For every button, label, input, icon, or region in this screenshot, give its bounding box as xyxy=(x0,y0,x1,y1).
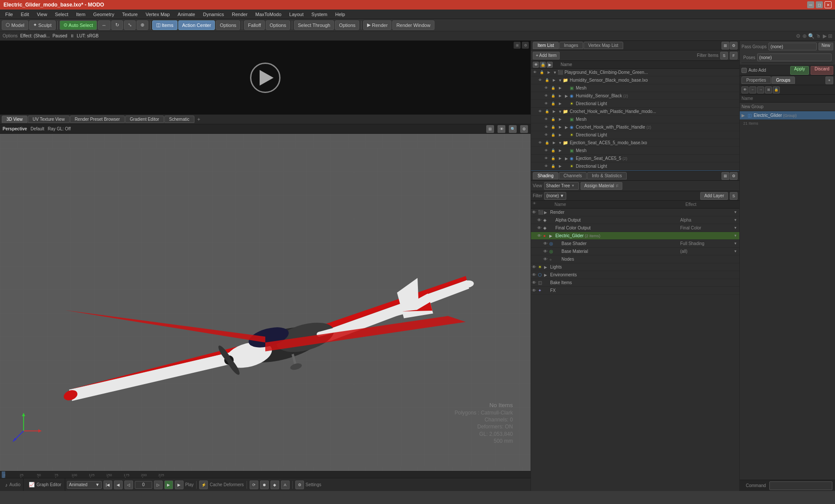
tab-gradient-editor[interactable]: Gradient Editor xyxy=(125,116,164,123)
menu-texture[interactable]: Texture xyxy=(119,11,141,18)
expand-panel-button[interactable]: ⊞ xyxy=(721,42,729,50)
lock-toggle[interactable]: 🔒 xyxy=(550,85,556,91)
anim-button[interactable]: A xyxy=(281,481,290,489)
transform-scale-button[interactable]: ⤡ xyxy=(124,20,136,30)
lock-toggle[interactable]: 🔒 xyxy=(550,116,556,123)
menu-view[interactable]: View xyxy=(33,11,51,18)
shading-item-bake[interactable]: 👁 ◫ Bake Items xyxy=(531,279,739,287)
apply-button[interactable]: Apply xyxy=(790,66,809,75)
lock-toggle[interactable]: 🔒 xyxy=(550,93,556,99)
shading-item-base-material[interactable]: 👁 ◎ Base Material (all) ▼ xyxy=(531,248,739,255)
render-toggle[interactable]: ▶ xyxy=(551,140,557,146)
tab-shading[interactable]: Shading xyxy=(533,172,558,179)
shading-item-final-color[interactable]: 👁 ◈ Final Color Output Final Color ▼ xyxy=(531,224,739,232)
render-toggle[interactable]: ▶ xyxy=(557,163,563,169)
render-toggle[interactable]: ▶ xyxy=(557,93,563,99)
list-item[interactable]: 👁 🔒 ▶ · ☀ Directional Light xyxy=(531,131,739,139)
expand-arrow[interactable]: ▶ xyxy=(564,125,568,129)
groups-expand-button[interactable]: ⊞ xyxy=(765,86,772,93)
lock-toggle[interactable]: 🔒 xyxy=(550,163,556,169)
add-layer-button[interactable]: Add Layer xyxy=(700,192,728,200)
render-window-button[interactable]: Render Window xyxy=(392,20,434,30)
panel-settings-button[interactable]: ⚙ xyxy=(730,42,738,50)
items-button[interactable]: ◫ Items xyxy=(152,20,177,30)
action-center-button[interactable]: Action Center xyxy=(178,20,215,30)
tab-3d-view[interactable]: 3D View xyxy=(2,116,27,123)
shading-item-nodes[interactable]: 👁 ⬦ Nodes xyxy=(531,255,739,263)
play-button[interactable]: ▶ xyxy=(164,481,173,489)
alpha-vis[interactable]: 👁 xyxy=(537,218,543,222)
next-frame-button[interactable]: ▶ xyxy=(175,481,184,489)
list-item[interactable]: 👁 🔒 ▶ · ☀ Directional Light xyxy=(531,162,739,170)
command-input[interactable] xyxy=(769,481,832,490)
assign-material-button[interactable]: Assign Material F xyxy=(581,182,623,190)
list-item[interactable]: 👁 🔒 ▶ ▶ ◉ Ejection_Seat_ACE5_5 (2) xyxy=(531,155,739,162)
menu-layout[interactable]: Layout xyxy=(286,11,307,18)
shading-item-base-shader[interactable]: 👁 ◎ Base Shader Full Shading ▼ xyxy=(531,240,739,248)
lock-toggle[interactable]: 🔒 xyxy=(550,148,556,154)
bake-vis[interactable]: 👁 xyxy=(532,280,538,285)
groups-content[interactable]: New Group ▶ ◫ Electric_Glider (Group) 21… xyxy=(740,103,835,480)
sculpt-button[interactable]: ✦ Sculpt xyxy=(29,20,56,30)
transform-move-button[interactable]: ↔ xyxy=(98,20,110,30)
render-toggle[interactable]: ▶ xyxy=(551,77,557,83)
expand-arrow[interactable]: ▼ xyxy=(558,78,562,83)
render-button[interactable]: ▶ Render xyxy=(363,20,391,30)
menu-select[interactable]: Select xyxy=(51,11,72,18)
shading-item-alpha[interactable]: 👁 ◈ Alpha Output Alpha ▼ xyxy=(531,216,739,224)
tab-channels[interactable]: Channels xyxy=(559,172,587,179)
effect-dropdown-icon[interactable]: ▼ xyxy=(732,241,738,247)
fx-vis[interactable]: 👁 xyxy=(532,288,538,293)
pass-groups-dropdown[interactable]: (none) xyxy=(768,43,817,50)
expand-arrow[interactable]: ▼ xyxy=(558,141,562,145)
vis-toggle[interactable]: 👁 xyxy=(543,85,549,91)
lock-toggle[interactable]: 🔒 xyxy=(550,101,556,107)
auto-select-button[interactable]: ⊙ Auto Select xyxy=(60,20,97,30)
vis-toggle[interactable]: 👁 xyxy=(543,156,549,162)
menu-edit[interactable]: Edit xyxy=(17,11,33,18)
prev-key-button[interactable]: ◁ xyxy=(124,481,133,489)
group-expand[interactable]: ▶ xyxy=(741,113,748,118)
list-item[interactable]: 👁 🔒 ▶ · ▣ Mesh xyxy=(531,147,739,155)
menu-file[interactable]: File xyxy=(2,11,17,18)
render-toggle[interactable]: ▶ xyxy=(557,116,563,123)
new-pass-group-button[interactable]: New xyxy=(818,43,833,50)
shading-item-glider-group[interactable]: 👁 ● ▶ Electric_Glider (2 Items) ▼ xyxy=(531,232,739,240)
next-key-button[interactable]: ▷ xyxy=(154,481,163,489)
options-button-3[interactable]: Options xyxy=(335,20,359,30)
list-item[interactable]: 👁 🔒 ▶ · ▣ Mesh xyxy=(531,84,739,92)
cache-deformers-icon1[interactable]: ⚡ xyxy=(199,481,208,489)
material-vis[interactable]: 👁 xyxy=(543,249,549,254)
preview-expand-button[interactable]: ⊞ xyxy=(514,42,521,49)
glider-vis[interactable]: 👁 xyxy=(537,233,543,238)
list-item[interactable]: 👁 🔒 ▶ ▼ 📁 Ejection_Seat_ACE5_5_modo_base… xyxy=(531,139,739,147)
prev-frame-button[interactable]: ◀ xyxy=(114,481,123,489)
nodes-vis[interactable]: 👁 xyxy=(543,257,549,262)
filter-shortcut-f[interactable]: F xyxy=(730,52,738,60)
falloff-button[interactable]: Falloff xyxy=(244,20,265,30)
render-toggle[interactable]: ▶ xyxy=(557,124,563,130)
lock-toggle[interactable]: 🔒 xyxy=(550,156,556,162)
expand-arrow[interactable]: ▼ xyxy=(553,70,557,75)
record-button[interactable]: ⏺ xyxy=(260,481,269,489)
effect-dropdown-icon[interactable]: ▼ xyxy=(732,209,738,216)
goto-start-button[interactable]: |◀ xyxy=(104,481,112,489)
expand-arrow[interactable]: ▶ xyxy=(549,234,555,238)
menu-dynamics[interactable]: Dynamics xyxy=(200,11,227,18)
expand-arrow[interactable]: ▶ xyxy=(544,210,550,215)
vis-toggle[interactable]: 👁 xyxy=(532,70,538,76)
tab-render-preset[interactable]: Render Preset Browser xyxy=(70,116,125,123)
render-toggle[interactable]: ▶ xyxy=(557,85,563,91)
list-item[interactable]: 👁 🔒 ▶ ▼ ⬛ Playground_Kids_Climbing-Dome_… xyxy=(531,69,739,76)
effect-dropdown-icon[interactable]: ▼ xyxy=(732,233,738,239)
viewport-3d[interactable]: Perspective Default Ray GL: Off ⊞ 👁 🔍 ⚙ xyxy=(0,124,531,471)
auto-add-checkbox[interactable] xyxy=(741,68,747,73)
shading-settings-button[interactable]: ⚙ xyxy=(730,172,738,180)
menu-animate[interactable]: Animate xyxy=(174,11,198,18)
shading-item-environments[interactable]: 👁 ⬡ ▶ Environments xyxy=(531,271,739,279)
list-item[interactable]: 👁 🔒 ▶ ▼ 📁 Electric_Glider_modo_base.lxo* xyxy=(531,170,739,171)
render-toggle[interactable]: ▶ xyxy=(551,109,557,115)
key-button[interactable]: ◆ xyxy=(271,481,279,489)
groups-lock-button[interactable]: 🔒 xyxy=(773,86,780,93)
shading-filter-dropdown[interactable]: (none) ▼ xyxy=(544,192,566,200)
